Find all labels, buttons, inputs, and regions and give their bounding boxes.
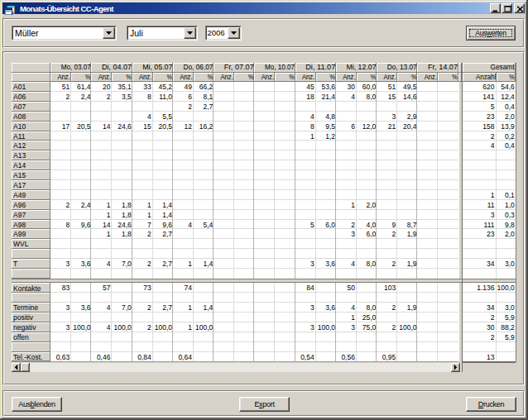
svg-text:1,4: 1,4	[162, 201, 172, 209]
svg-text:5,4: 5,4	[203, 221, 213, 229]
svg-text:Anz.: Anz.	[139, 73, 152, 81]
svg-text:18: 18	[306, 93, 314, 101]
svg-text:negativ: negativ	[13, 323, 36, 332]
svg-text:24,6: 24,6	[118, 221, 132, 229]
svg-text:2: 2	[188, 103, 192, 111]
svg-text:5,9: 5,9	[505, 333, 515, 341]
svg-text:6,0: 6,0	[366, 230, 376, 238]
svg-text:25,0: 25,0	[362, 313, 377, 322]
svg-text:3,6: 3,6	[81, 260, 91, 268]
svg-text:15: 15	[143, 122, 151, 131]
svg-text:3: 3	[310, 260, 314, 268]
svg-text:1: 1	[107, 230, 111, 238]
svg-text:7: 7	[147, 221, 151, 229]
svg-text:1,0: 1,0	[505, 201, 515, 209]
svg-text:0,4: 0,4	[505, 141, 515, 150]
svg-text:2: 2	[65, 201, 70, 209]
svg-text:offen: offen	[13, 333, 29, 341]
svg-text:54,6: 54,6	[501, 83, 515, 91]
svg-text:Anz.: Anz.	[180, 73, 193, 81]
svg-text:%: %	[330, 73, 336, 81]
svg-text:2: 2	[147, 323, 151, 332]
svg-text:100,0: 100,0	[497, 284, 516, 292]
svg-text:5: 5	[491, 103, 495, 111]
svg-text:34: 34	[487, 260, 495, 268]
svg-text:1.136: 1.136	[477, 284, 495, 292]
svg-text:2: 2	[491, 132, 495, 141]
svg-text:8: 8	[65, 221, 70, 229]
svg-text:61,4: 61,4	[77, 83, 91, 91]
svg-text:A08: A08	[13, 112, 26, 121]
svg-text:3: 3	[310, 323, 314, 332]
svg-text:2: 2	[147, 260, 151, 268]
svg-text:3: 3	[351, 323, 355, 332]
svg-text:8,1: 8,1	[203, 93, 213, 101]
svg-text:49,5: 49,5	[403, 83, 417, 91]
svg-text:1: 1	[188, 260, 192, 268]
svg-text:20: 20	[103, 83, 111, 91]
svg-text:Kontakte: Kontakte	[13, 284, 41, 293]
svg-text:0,2: 0,2	[505, 132, 515, 141]
svg-text:30: 30	[487, 323, 495, 332]
svg-text:100,0: 100,0	[114, 323, 132, 332]
svg-text:3: 3	[65, 303, 70, 312]
svg-text:0,46: 0,46	[97, 353, 111, 361]
svg-text:75,0: 75,0	[362, 323, 377, 332]
svg-text:A07: A07	[13, 103, 26, 111]
svg-text:100,0: 100,0	[155, 323, 173, 332]
svg-text:A98: A98	[13, 221, 26, 229]
svg-text:2: 2	[491, 313, 495, 322]
svg-text:2: 2	[147, 230, 151, 238]
svg-text:53,6: 53,6	[322, 83, 336, 91]
svg-text:2,0: 2,0	[505, 112, 515, 121]
svg-text:1: 1	[351, 201, 355, 209]
svg-text:0,95: 0,95	[382, 353, 396, 361]
svg-text:20,5: 20,5	[159, 122, 173, 131]
svg-text:17: 17	[62, 122, 70, 131]
svg-text:0,56: 0,56	[341, 353, 355, 361]
svg-text:A17: A17	[13, 181, 26, 189]
svg-text:4,0: 4,0	[366, 221, 376, 229]
svg-text:23: 23	[487, 230, 495, 238]
svg-text:4: 4	[188, 221, 192, 229]
svg-text:20,5: 20,5	[77, 122, 91, 131]
svg-text:21,4: 21,4	[322, 93, 336, 101]
svg-text:3,6: 3,6	[81, 303, 91, 312]
svg-text:3,0: 3,0	[505, 303, 515, 312]
svg-text:2,7: 2,7	[203, 103, 213, 111]
svg-text:%: %	[167, 73, 173, 81]
svg-text:1: 1	[107, 211, 111, 219]
svg-text:100,0: 100,0	[399, 323, 417, 332]
svg-text:8,0: 8,0	[366, 93, 376, 101]
svg-text:Anz.: Anz.	[57, 73, 70, 81]
svg-text:0,54: 0,54	[300, 353, 314, 361]
svg-text:1: 1	[188, 303, 192, 312]
svg-text:11: 11	[487, 201, 495, 209]
svg-text:66,2: 66,2	[199, 83, 214, 91]
svg-text:9,6: 9,6	[162, 221, 172, 229]
svg-text:49: 49	[184, 83, 192, 91]
svg-text:103: 103	[384, 284, 396, 292]
svg-text:3: 3	[351, 230, 355, 238]
svg-text:Anz.: Anz.	[98, 73, 112, 81]
svg-text:2,4: 2,4	[81, 201, 91, 209]
svg-text:%: %	[452, 73, 458, 81]
svg-text:11,0: 11,0	[159, 93, 172, 101]
svg-text:2: 2	[351, 221, 355, 229]
svg-text:9,8: 9,8	[505, 221, 515, 229]
svg-text:0,1: 0,1	[505, 191, 515, 199]
svg-text:3: 3	[391, 112, 396, 121]
svg-text:Anz.: Anz.	[302, 73, 315, 81]
svg-text:5,5: 5,5	[162, 112, 172, 121]
svg-text:4: 4	[107, 323, 111, 332]
svg-text:14,6: 14,6	[403, 93, 417, 101]
svg-text:1: 1	[310, 132, 314, 141]
svg-text:3,0: 3,0	[505, 260, 515, 268]
svg-text:Mi, 05.07: Mi, 05.07	[142, 63, 172, 71]
svg-text:111: 111	[484, 221, 495, 229]
svg-text:4: 4	[107, 303, 111, 312]
svg-text:83: 83	[62, 284, 70, 292]
svg-text:Do, 06.07: Do, 06.07	[184, 63, 214, 71]
svg-text:6,0: 6,0	[325, 221, 335, 229]
svg-text:WVL: WVL	[13, 240, 29, 248]
